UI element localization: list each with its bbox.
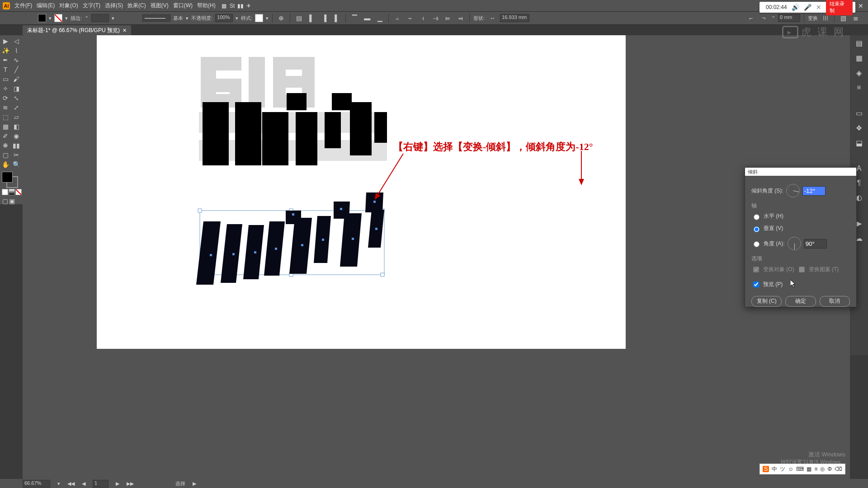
- ime-set-icon[interactable]: ◎: [820, 466, 825, 472]
- paintbrush-tool[interactable]: 🖌: [11, 74, 22, 84]
- artboard[interactable]: [97, 35, 626, 349]
- document-tab[interactable]: 未标题-1* @ 66.67% (RGB/GPU 预览) ✕: [23, 25, 131, 35]
- perspective-tool[interactable]: ▱: [11, 112, 22, 122]
- stroke-style-select[interactable]: [142, 14, 170, 22]
- ime-menu-icon[interactable]: ≡: [814, 466, 817, 472]
- screen-mode-b[interactable]: ▣: [9, 198, 15, 204]
- ime-keyboard-icon[interactable]: ⌨: [796, 466, 804, 472]
- curvature-tool[interactable]: ∿: [11, 55, 22, 65]
- status-menu-icon[interactable]: ▶: [193, 481, 196, 487]
- appearance-panel-icon[interactable]: ◈: [856, 69, 862, 77]
- type-paragraph-icon[interactable]: ¶: [857, 179, 861, 187]
- cancel-button[interactable]: 取消: [820, 296, 850, 307]
- menu-select[interactable]: 选择(S): [105, 2, 123, 9]
- rotate-tool[interactable]: ⟳: [0, 93, 11, 103]
- symbol-sprayer-tool[interactable]: ❋: [0, 141, 11, 150]
- column-graph-tool[interactable]: ▮▮: [11, 141, 22, 150]
- actions-play-icon[interactable]: ▶: [856, 219, 862, 228]
- color-panel-icon[interactable]: ◐: [856, 193, 862, 202]
- ok-button[interactable]: 确定: [785, 296, 816, 307]
- width-icon[interactable]: ↔: [487, 14, 497, 23]
- recorder-close-icon[interactable]: ✕: [816, 4, 821, 11]
- menu-edit[interactable]: 编辑(E): [37, 2, 55, 9]
- align-top-icon[interactable]: ▔: [349, 14, 359, 23]
- pen-tool[interactable]: ✒: [0, 55, 11, 65]
- style-swatch[interactable]: [255, 14, 263, 22]
- menu-type[interactable]: 文字(T): [83, 2, 100, 9]
- zoom-tool[interactable]: 🔍: [11, 160, 22, 169]
- dist-v2-icon[interactable]: ⫟: [405, 14, 415, 23]
- menu-window[interactable]: 窗口(W): [173, 2, 193, 9]
- artboard-index[interactable]: 1: [93, 480, 108, 488]
- corner-value-input[interactable]: 0 mm: [778, 14, 800, 22]
- opacity-input[interactable]: 100%: [215, 14, 233, 22]
- menu-help[interactable]: 帮助(H): [197, 2, 216, 9]
- menu-view[interactable]: 视图(V): [151, 2, 169, 9]
- type-tool[interactable]: T: [0, 65, 11, 74]
- corner-step-icon[interactable]: ⌃: [771, 15, 775, 21]
- eraser-tool[interactable]: ◨: [11, 84, 22, 93]
- align-right-icon[interactable]: ▌: [332, 14, 342, 23]
- width-input[interactable]: 16.933 mm: [500, 14, 529, 22]
- ime-bar[interactable]: S 中 ツ ☺ ⌨ ▦ ≡ ◎ Φ ⌫: [760, 464, 845, 474]
- line-tool[interactable]: ╱: [11, 65, 22, 74]
- color-mode-switcher[interactable]: [2, 189, 22, 195]
- ime-del-icon[interactable]: ⌫: [835, 466, 842, 472]
- properties-panel-icon[interactable]: ▤: [856, 39, 863, 47]
- recorder-speaker-icon[interactable]: 🔊: [792, 4, 799, 11]
- menu-object[interactable]: 对象(O): [59, 2, 78, 9]
- stroke-swatch[interactable]: [54, 14, 62, 22]
- zoom-select[interactable]: 66.67%: [23, 480, 50, 488]
- libraries-panel-icon[interactable]: ▦: [856, 54, 863, 62]
- width-tool[interactable]: ≋: [0, 103, 11, 112]
- shaper-tool[interactable]: ✧: [0, 84, 11, 93]
- artboard-nav-next-icon[interactable]: ▶▶: [127, 481, 134, 487]
- ime-grid-icon[interactable]: ▦: [807, 466, 811, 472]
- menu-effect[interactable]: 效果(C): [127, 2, 146, 9]
- artboard-nav-back-icon[interactable]: ◀: [82, 481, 85, 487]
- menu-file[interactable]: 文件(F): [14, 2, 32, 9]
- corner-radius2-icon[interactable]: ¬: [759, 14, 769, 23]
- recorder-stop-button[interactable]: 结束录制: [826, 0, 853, 15]
- align-middle-v-icon[interactable]: ▬: [362, 14, 372, 23]
- doc-setup-icon[interactable]: ⊕: [276, 14, 286, 23]
- dist-h-icon[interactable]: ⫣: [430, 14, 440, 23]
- ime-misc-icon[interactable]: Φ: [827, 466, 832, 472]
- scale-tool[interactable]: ⤡: [11, 93, 22, 103]
- align-panel-icon2[interactable]: ≡: [857, 84, 861, 92]
- artboard-nav-prev-icon[interactable]: ◀◀: [67, 481, 75, 487]
- direct-selection-tool[interactable]: ◁: [11, 36, 22, 46]
- stroke-step-up-icon[interactable]: ⌃: [85, 15, 89, 21]
- shape-builder-tool[interactable]: ⬚: [0, 112, 11, 122]
- axis-angle-input[interactable]: [804, 239, 827, 249]
- slice-tool[interactable]: ✂: [11, 150, 22, 160]
- hand-tool[interactable]: ✋: [0, 160, 11, 169]
- close-button[interactable]: ✕: [858, 2, 863, 9]
- bridge-icon[interactable]: ▦: [220, 2, 228, 10]
- tab-close-icon[interactable]: ✕: [123, 25, 127, 35]
- align-bottom-icon[interactable]: ▁: [375, 14, 385, 23]
- send-icon[interactable]: ✈: [245, 2, 253, 10]
- axis-horizontal-radio[interactable]: [754, 214, 760, 220]
- selection-tool[interactable]: ▶: [0, 36, 11, 46]
- free-transform-tool[interactable]: ⤢: [11, 103, 22, 112]
- magic-wand-tool[interactable]: ✨: [0, 46, 11, 55]
- ime-lang[interactable]: 中: [772, 465, 777, 473]
- recorder-mic-icon[interactable]: 🎤: [804, 4, 811, 11]
- artboard-nav-fwd-icon[interactable]: ▶: [116, 481, 119, 487]
- corner-radius-icon[interactable]: ⌐: [746, 14, 756, 23]
- copy-button[interactable]: 复制 (C): [751, 296, 782, 307]
- rectangle-tool[interactable]: ▭: [0, 74, 11, 84]
- ime-mode[interactable]: ツ: [780, 465, 785, 473]
- fill-swatch[interactable]: [38, 14, 46, 22]
- axis-angle-dial[interactable]: [788, 237, 801, 250]
- eyedropper-tool[interactable]: ✐: [0, 131, 11, 141]
- stroke-weight-input[interactable]: [91, 14, 109, 22]
- axis-vertical-radio[interactable]: [754, 226, 760, 232]
- gradient-tool[interactable]: ◧: [11, 122, 22, 131]
- align-panel-icon[interactable]: ▤: [294, 14, 304, 23]
- dist-h2-icon[interactable]: ⫢: [443, 14, 453, 23]
- artboard-tool[interactable]: ▢: [0, 150, 11, 160]
- align-center-h-icon[interactable]: ▐: [319, 14, 329, 23]
- shear-angle-dial[interactable]: [786, 184, 800, 197]
